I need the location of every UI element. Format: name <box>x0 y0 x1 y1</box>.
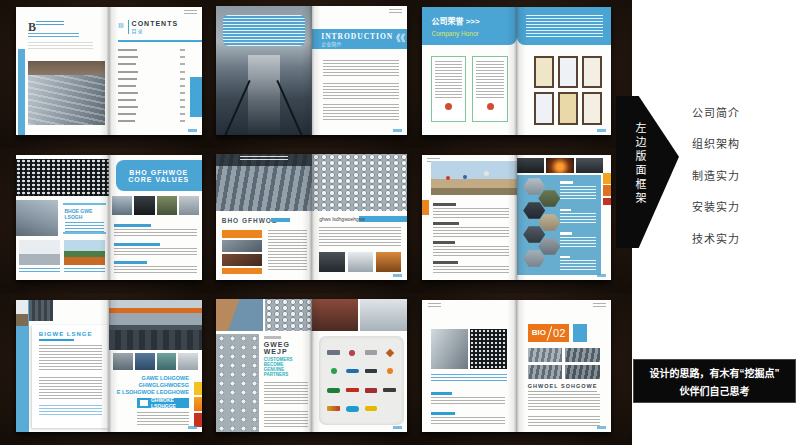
floor-rail-right <box>277 80 310 135</box>
strength-photo-row <box>113 353 199 370</box>
thumb-partners: GWEG WEJP CUSTOMERS BECOME GENUINE PARTN… <box>208 293 413 445</box>
toc-row <box>118 49 185 51</box>
strength-blue-lines: GAWE LOHGOWE GHWGLGHWOESG E LSOHGWOE LEO… <box>117 375 189 396</box>
coil-field-photo <box>312 154 408 211</box>
framed-certificate <box>582 56 602 89</box>
heading-accent-bar <box>271 218 290 222</box>
red-square <box>194 413 202 427</box>
value-section <box>114 224 198 239</box>
page-number <box>188 129 197 132</box>
client-logo <box>327 406 340 411</box>
section-label-company-profile: 公司简介 <box>692 104 740 120</box>
warm-coil-photo <box>376 252 401 272</box>
value-section <box>114 243 198 258</box>
spread-cover-contents: B ))) CONTENTS 目录 <box>16 7 202 135</box>
blue-line3: E LSOHGWOE LEOGHOWE <box>117 389 189 396</box>
bio-section <box>431 392 505 408</box>
orange-square <box>194 397 202 411</box>
client-logo <box>365 406 378 411</box>
striped-steel-photo <box>565 365 599 379</box>
strength-text-card: BIGWE LSNGE <box>32 325 109 428</box>
page-cover: B <box>16 7 109 135</box>
red-plant-photo <box>312 299 359 331</box>
page-bio-right: BIO 02 GHWOEL SOHGOWE <box>517 300 612 432</box>
collage-column <box>222 230 262 274</box>
spread-manufacturing: BHO GFHWOE ghws lsdhgwoehgsw <box>216 154 407 280</box>
client-logo <box>386 348 394 356</box>
contents-subtitle: 目录 <box>132 27 179 34</box>
introduction-subtitle: 企业简介 <box>321 40 341 47</box>
note-line-2: 伙伴们自己思考 <box>634 383 795 398</box>
honor-banner-left: 公司荣誉 >>> Company Honor <box>422 7 517 45</box>
toc-row <box>118 71 185 73</box>
striped-steel-photo <box>528 365 562 379</box>
page-honor-left: 公司荣誉 >>> Company Honor <box>422 7 517 135</box>
bio-orange-block: BIO 02 <box>528 324 570 342</box>
mfg-left-heading: BHO GFHWOE <box>222 217 278 224</box>
coil-photo-warm <box>222 254 262 266</box>
factory-aisle-photo <box>348 252 373 272</box>
values-textbox: BHOE GWE LSOGH <box>63 203 107 234</box>
page-number <box>393 274 402 277</box>
client-logo <box>365 350 378 355</box>
mfg-right-text <box>319 227 401 247</box>
intro-paragraph-2 <box>323 83 399 98</box>
core-values-banner: BHO GFHWOE CORE VALUES <box>116 160 203 191</box>
pipe-stack-photo <box>16 159 109 197</box>
section-label-installation: 安装实力 <box>692 198 740 214</box>
bio-caption-blue <box>431 374 507 383</box>
partners-subtitle1: CUSTOMERS BECOME <box>264 357 308 367</box>
note-line-1: 设计的思路，有木有“挖掘点” <box>634 365 795 380</box>
brand-subtext <box>28 33 79 38</box>
contents-rule <box>118 40 202 42</box>
value-section <box>114 261 198 276</box>
striped-steel-photo <box>528 348 562 362</box>
photo-caption <box>19 268 60 274</box>
mfg-right-heading-band: ghws lsdhgwoehgsw <box>319 216 407 222</box>
blue-stripe <box>18 49 25 135</box>
toc-row <box>118 78 185 80</box>
toc-row <box>118 113 185 115</box>
page-bio-left <box>422 300 517 432</box>
blue-line2: GHWGLGHWOESG <box>117 382 189 389</box>
page-number <box>597 129 606 132</box>
port-photo <box>16 300 28 326</box>
honor-title-cn: 公司荣誉 >>> <box>431 15 479 26</box>
introduction-banner: INTRODUCTION 企业简介 《《 <box>312 29 408 48</box>
ribbon-label: 左边版面框架 <box>632 122 648 206</box>
yellow-square <box>194 382 202 396</box>
color-squares-stack <box>194 382 202 427</box>
page-contents: ))) CONTENTS 目录 <box>109 7 202 135</box>
floor-rail-left <box>218 80 251 135</box>
toc-row <box>118 106 185 108</box>
designer-note-box: 设计的思路，有木有“挖掘点” 伙伴们自己思考 <box>633 359 796 403</box>
contents-title-text: CONTENTS <box>132 20 179 27</box>
core-values-line2: CORE VALUES <box>128 176 189 183</box>
red-corner-square <box>603 198 612 206</box>
bio-paragraph-1 <box>528 394 600 412</box>
small-photo <box>135 353 155 370</box>
layout-framework-ribbon: 左边版面框架 <box>616 96 679 248</box>
client-logo <box>365 388 378 393</box>
page-install-left <box>422 155 517 280</box>
bio-label: BIO <box>532 328 546 337</box>
client-logo <box>365 369 378 373</box>
bridge-photo <box>112 196 132 215</box>
steel-beams-photo <box>28 61 105 125</box>
section-label-org-structure: 组织架构 <box>692 135 740 151</box>
mfg-right-heading: ghws lsdhgwoehgsw <box>319 216 365 222</box>
honor-banner-right <box>517 7 612 45</box>
greenhouse-photo <box>64 240 105 265</box>
small-photo <box>113 353 133 370</box>
strength-heading: BIGWE LSNGE <box>39 331 102 337</box>
coils-photo <box>265 299 312 331</box>
thumb-cover-contents: B ))) CONTENTS 目录 <box>0 0 208 148</box>
yellow-corner-square <box>603 173 612 184</box>
mfg-left-text <box>268 230 307 273</box>
small-photo <box>157 353 177 370</box>
top-photo-strip-left <box>216 299 312 331</box>
page-corner-mark <box>428 303 441 308</box>
top-photo-strip-right <box>312 299 408 331</box>
bio-paragraph-2 <box>528 416 600 427</box>
page-partners-right <box>312 299 408 432</box>
